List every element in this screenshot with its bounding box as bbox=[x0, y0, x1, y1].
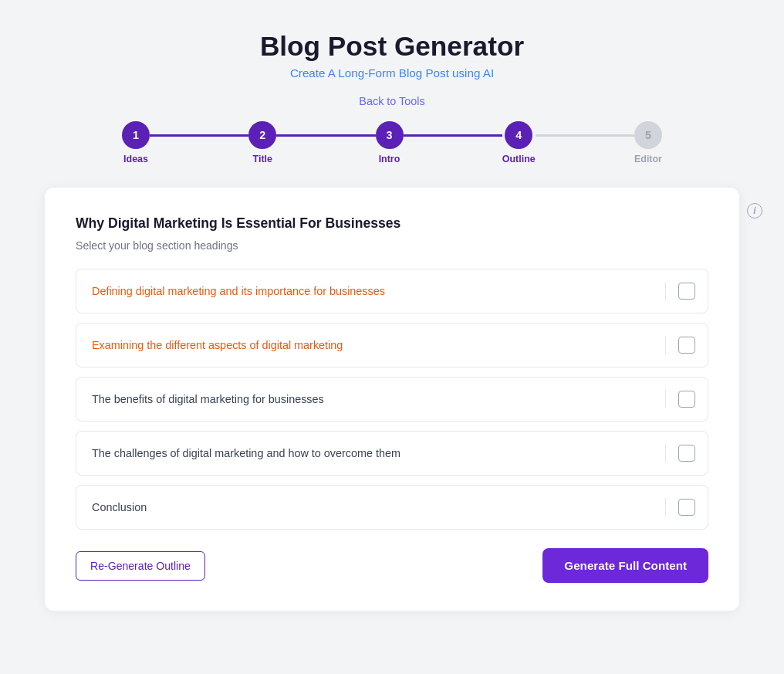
section-divider-1 bbox=[665, 336, 666, 354]
section-item-4[interactable]: Conclusion bbox=[76, 485, 708, 530]
connector-4 bbox=[536, 134, 634, 137]
step-4-label: Outline bbox=[502, 154, 536, 164]
card-title: Why Digital Marketing Is Essential For B… bbox=[76, 215, 708, 232]
section-checkbox-4[interactable] bbox=[678, 499, 695, 516]
step-4: 4 Outline bbox=[502, 121, 536, 164]
section-checkbox-3[interactable] bbox=[678, 445, 695, 462]
section-text-2: The benefits of digital marketing for bu… bbox=[92, 393, 653, 405]
step-1: 1 Ideas bbox=[122, 121, 150, 164]
section-item-1[interactable]: Examining the different aspects of digit… bbox=[76, 323, 708, 367]
step-5: 5 Editor bbox=[634, 121, 662, 164]
section-text-3: The challenges of digital marketing and … bbox=[92, 447, 653, 459]
connector-3 bbox=[404, 134, 502, 137]
section-item-3[interactable]: The challenges of digital marketing and … bbox=[76, 431, 708, 476]
generate-button[interactable]: Generate Full Content bbox=[542, 548, 708, 583]
step-4-circle: 4 bbox=[505, 121, 532, 149]
section-checkbox-0[interactable] bbox=[678, 283, 695, 300]
step-5-circle: 5 bbox=[634, 121, 662, 149]
connector-1 bbox=[150, 134, 248, 137]
step-3-circle: 3 bbox=[376, 121, 404, 149]
section-text-1: Examining the different aspects of digit… bbox=[92, 339, 653, 351]
connector-2 bbox=[276, 134, 375, 137]
section-item-0[interactable]: Defining digital marketing and its impor… bbox=[76, 269, 708, 313]
section-divider-4 bbox=[665, 498, 666, 517]
step-3: 3 Intro bbox=[376, 121, 404, 164]
back-to-tools-link[interactable]: Back to Tools bbox=[359, 95, 424, 107]
section-text-0: Defining digital marketing and its impor… bbox=[92, 285, 653, 297]
main-card: i Why Digital Marketing Is Essential For… bbox=[45, 188, 739, 611]
step-2-circle: 2 bbox=[248, 121, 276, 149]
stepper: 1 Ideas 2 Title 3 Intro 4 Outline 5 Edit… bbox=[122, 121, 662, 164]
regenerate-button[interactable]: Re-Generate Outline bbox=[76, 551, 205, 581]
step-2-label: Title bbox=[253, 154, 272, 164]
section-text-4: Conclusion bbox=[92, 501, 653, 513]
step-5-label: Editor bbox=[634, 154, 662, 164]
page-header: Blog Post Generator Create A Long-Form B… bbox=[260, 31, 524, 80]
step-3-label: Intro bbox=[379, 154, 400, 164]
info-icon[interactable]: i bbox=[747, 203, 762, 218]
section-item-2[interactable]: The benefits of digital marketing for bu… bbox=[76, 377, 708, 422]
section-checkbox-2[interactable] bbox=[678, 391, 695, 408]
page-subtitle: Create A Long-Form Blog Post using AI bbox=[260, 66, 524, 80]
step-2: 2 Title bbox=[248, 121, 276, 164]
section-divider-0 bbox=[665, 282, 666, 300]
step-1-circle: 1 bbox=[122, 121, 150, 149]
subtitle-prefix: Create A Long-Form Blog Post using bbox=[290, 66, 483, 80]
buttons-row: Re-Generate Outline Generate Full Conten… bbox=[76, 548, 708, 583]
step-1-label: Ideas bbox=[123, 154, 148, 164]
section-checkbox-1[interactable] bbox=[678, 337, 695, 354]
page-title: Blog Post Generator bbox=[260, 31, 524, 62]
section-divider-2 bbox=[665, 390, 666, 408]
section-divider-3 bbox=[665, 444, 666, 462]
subtitle-ai: AI bbox=[483, 66, 494, 80]
card-instruction: Select your blog section headings bbox=[76, 239, 708, 252]
